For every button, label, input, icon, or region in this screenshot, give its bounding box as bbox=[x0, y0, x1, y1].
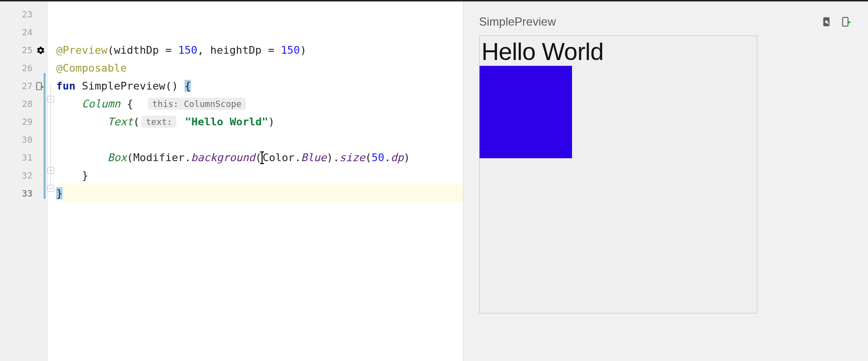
code-line[interactable]: } bbox=[56, 166, 463, 184]
inlay-hint: this: ColumnScope bbox=[148, 98, 246, 110]
gear-icon[interactable] bbox=[36, 46, 45, 55]
line-number: 31 bbox=[0, 149, 47, 166]
brace-match: } bbox=[56, 187, 62, 199]
fold-column: – – – bbox=[47, 5, 55, 361]
code-line[interactable]: Column { this: ColumnScope bbox=[56, 95, 463, 113]
preview-box bbox=[480, 66, 572, 158]
code-line[interactable] bbox=[56, 131, 463, 149]
code-line[interactable] bbox=[56, 23, 463, 41]
vcs-change-marker bbox=[44, 73, 46, 199]
line-number: 27 bbox=[0, 77, 47, 95]
interactive-preview-icon[interactable] bbox=[821, 15, 833, 28]
compose-preview-pane: SimplePreview Hello World bbox=[463, 1, 868, 361]
svg-marker-5 bbox=[848, 20, 851, 24]
code-line-current[interactable]: } bbox=[56, 184, 463, 202]
line-number: 33 bbox=[0, 184, 47, 202]
preview-canvas[interactable]: Hello World bbox=[479, 35, 758, 314]
code-line[interactable]: Box(Modifier.background(Color.Blue).size… bbox=[56, 149, 463, 166]
line-number: 24 bbox=[0, 23, 47, 41]
line-number: 32 bbox=[0, 166, 47, 184]
code-line[interactable]: @Preview(widthDp = 150, heightDp = 150) bbox=[56, 41, 463, 59]
inlay-hint: text: bbox=[141, 116, 176, 128]
code-editor[interactable]: 23 24 25 26 27 28 29 30 31 32 33 – – – bbox=[0, 1, 463, 361]
line-number: 26 bbox=[0, 59, 47, 77]
line-number: 28 bbox=[0, 95, 47, 113]
gutter: 23 24 25 26 27 28 29 30 31 32 33 bbox=[0, 1, 47, 361]
line-number: 30 bbox=[0, 131, 47, 149]
svg-rect-0 bbox=[37, 82, 42, 90]
text-cursor-icon bbox=[262, 152, 263, 164]
line-number: 25 bbox=[0, 41, 47, 59]
code-line[interactable] bbox=[56, 5, 463, 23]
code-line[interactable]: Text(text: "Hello World") bbox=[56, 113, 463, 131]
deploy-preview-icon[interactable] bbox=[840, 15, 852, 28]
code-line[interactable]: fun SimplePreview() { bbox=[56, 77, 463, 95]
svg-rect-4 bbox=[843, 17, 848, 26]
code-area[interactable]: – – – @Preview(widthDp = 150, heightDp =… bbox=[47, 1, 463, 361]
fold-toggle-icon[interactable]: – bbox=[47, 185, 54, 192]
preview-title: SimplePreview bbox=[479, 15, 556, 29]
annotation: @Composable bbox=[56, 62, 127, 74]
line-number: 23 bbox=[0, 5, 47, 23]
annotation: @Preview bbox=[56, 44, 108, 56]
preview-header: SimplePreview bbox=[479, 15, 852, 29]
code-line[interactable]: @Composable bbox=[56, 59, 463, 77]
line-number: 29 bbox=[0, 113, 47, 131]
fold-toggle-icon[interactable]: – bbox=[47, 96, 54, 103]
fold-toggle-icon[interactable]: – bbox=[47, 167, 54, 174]
preview-actions bbox=[821, 15, 852, 28]
brace-match: { bbox=[185, 80, 191, 92]
preview-text: Hello World bbox=[480, 36, 757, 66]
fold-guide bbox=[50, 85, 51, 186]
